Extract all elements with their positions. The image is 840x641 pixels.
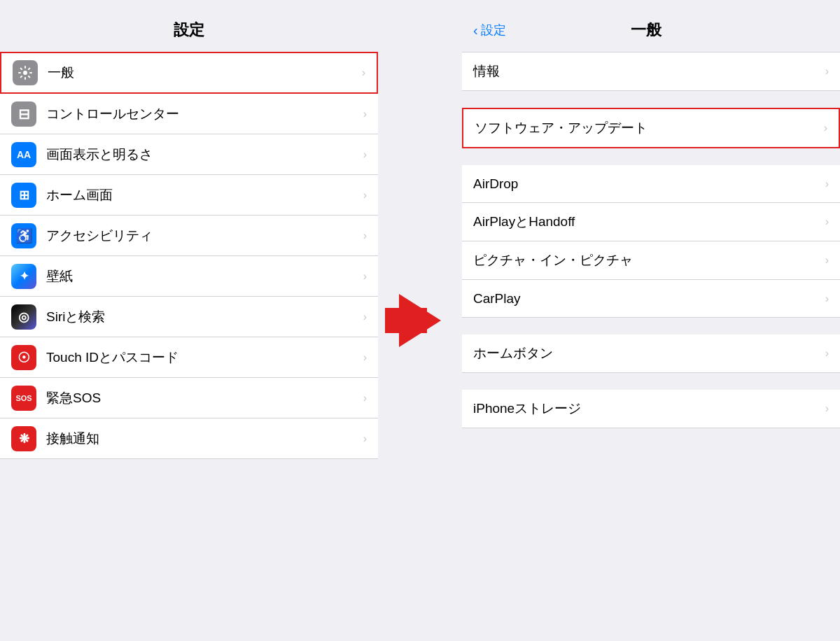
contact-icon: ❋ [11,426,36,451]
home-icon: ⊞ [11,183,36,208]
settings-item-contact[interactable]: ❋接触通知› [0,418,378,459]
control-chevron: › [363,108,367,120]
settings-item-touchid[interactable]: ☉Touch IDとパスコード› [0,337,378,378]
right-list: 情報›ソフトウェア・アップデート›AirDrop›AirPlayとHandoff… [462,52,840,641]
wallpaper-label: 壁紙 [46,267,358,286]
control-label: コントロールセンター [46,105,358,123]
home-chevron: › [363,189,367,202]
picture-label: ピクチャ・イン・ピクチャ [473,251,820,269]
settings-list: 一般›⊟コントロールセンター›AA画面表示と明るさ›⊞ホーム画面›♿アクセシビリ… [0,52,378,641]
sos-label: 緊急SOS [46,389,358,407]
settings-item-general[interactable]: 一般› [0,52,378,94]
software-update-chevron: › [824,122,827,134]
right-item-software-update[interactable]: ソフトウェア・アップデート› [462,108,840,148]
siri-label: Siriと検索 [46,308,358,326]
right-arrow-icon [399,294,441,347]
picture-chevron: › [825,254,829,267]
settings-item-accessibility[interactable]: ♿アクセシビリティ› [0,216,378,256]
back-button[interactable]: ‹ 設定 [473,22,506,38]
touchid-chevron: › [363,351,367,364]
siri-icon: ◎ [11,304,36,330]
touchid-icon: ☉ [11,345,36,370]
right-item-carplay[interactable]: CarPlay› [462,280,840,318]
right-item-airplay-handoff[interactable]: AirPlayとHandoff› [462,203,840,241]
airplay-handoff-chevron: › [825,216,829,228]
svg-point-1 [23,71,27,75]
general-label: 一般 [48,64,356,82]
general-icon [13,60,38,85]
siri-chevron: › [363,311,367,323]
right-panel: ‹ 設定 一般 情報›ソフトウェア・アップデート›AirDrop›AirPlay… [462,0,840,641]
settings-item-sos[interactable]: SOS緊急SOS› [0,378,378,418]
right-header: ‹ 設定 一般 [462,0,840,52]
accessibility-label: アクセシビリティ [46,227,358,245]
back-chevron-icon: ‹ [473,22,478,38]
spacer-4 [462,373,840,390]
general-chevron: › [362,66,365,79]
home-label: ホーム画面 [46,186,358,204]
touchid-label: Touch IDとパスコード [46,348,358,367]
spacer-3 [462,318,840,334]
home-button-label: ホームボタン [473,344,820,362]
wallpaper-chevron: › [363,270,367,283]
sos-chevron: › [363,392,367,404]
software-update-label: ソフトウェア・アップデート [475,119,818,137]
display-chevron: › [363,148,367,161]
settings-item-siri[interactable]: ◎Siriと検索› [0,297,378,337]
right-panel-title: 一般 [506,20,787,41]
info-chevron: › [825,65,829,78]
spacer-1 [462,91,840,108]
iphone-storage-label: iPhoneストレージ [473,400,820,418]
back-label: 設定 [481,22,506,38]
left-panel-title: 設定 [0,0,378,52]
spacer-2 [462,148,840,165]
settings-item-display[interactable]: AA画面表示と明るさ› [0,134,378,175]
right-item-home-button[interactable]: ホームボタン› [462,334,840,373]
contact-chevron: › [363,432,367,445]
settings-item-home[interactable]: ⊞ホーム画面› [0,175,378,216]
info-label: 情報 [473,62,820,80]
display-label: 画面表示と明るさ [46,146,358,164]
iphone-storage-chevron: › [825,402,829,415]
accessibility-chevron: › [363,230,367,242]
wallpaper-icon: ✦ [11,264,36,289]
left-panel: 設定 一般›⊟コントロールセンター›AA画面表示と明るさ›⊞ホーム画面›♿アクセ… [0,0,378,641]
right-item-airdrop[interactable]: AirDrop› [462,165,840,203]
carplay-chevron: › [825,293,829,305]
carplay-label: CarPlay [473,291,820,307]
home-button-chevron: › [825,347,829,360]
display-icon: AA [11,142,36,167]
right-item-picture[interactable]: ピクチャ・イン・ピクチャ› [462,241,840,280]
airdrop-chevron: › [825,178,829,190]
settings-item-wallpaper[interactable]: ✦壁紙› [0,256,378,297]
airdrop-label: AirDrop [473,176,820,192]
sos-icon: SOS [11,386,36,411]
right-item-iphone-storage[interactable]: iPhoneストレージ› [462,390,840,428]
accessibility-icon: ♿ [11,223,36,248]
airplay-handoff-label: AirPlayとHandoff [473,213,820,231]
settings-item-control[interactable]: ⊟コントロールセンター› [0,94,378,134]
contact-label: 接触通知 [46,430,358,448]
right-item-info[interactable]: 情報› [462,52,840,91]
control-icon: ⊟ [11,101,36,127]
arrow-container [378,0,462,641]
